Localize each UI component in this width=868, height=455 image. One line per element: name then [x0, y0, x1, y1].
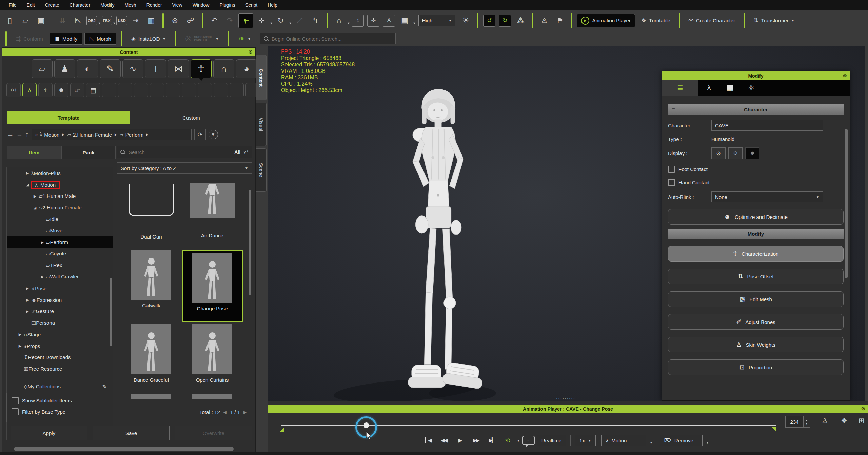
collapse-icon[interactable]: −: [672, 230, 675, 236]
category-project-button[interactable]: ▱: [32, 59, 53, 78]
checkbox-icon[interactable]: [12, 397, 19, 404]
instalod-button[interactable]: ◈ InstaLOD ▼: [126, 33, 171, 44]
up-icon[interactable]: ↑: [25, 131, 29, 138]
timeline-playhead[interactable]: [364, 422, 369, 428]
dock-tab-content[interactable]: Content: [256, 55, 267, 100]
thumbnail-dance-graceful[interactable]: Dance Graceful: [121, 324, 182, 392]
characterization-button[interactable]: ☥Characterization: [668, 246, 844, 262]
chevron-down-icon[interactable]: ▼: [113, 22, 116, 25]
export-usd-icon[interactable]: USD: [116, 16, 127, 25]
category-accessory-button[interactable]: ⋈: [168, 59, 189, 78]
comment-icon[interactable]: ···: [522, 436, 535, 445]
actor-proportion-icon[interactable]: ♙: [537, 14, 551, 28]
tree-expand-icon[interactable]: ▶: [24, 309, 31, 314]
close-icon[interactable]: ⊗: [248, 49, 253, 55]
page-previous-icon[interactable]: ◀: [223, 410, 227, 415]
online-search-input[interactable]: [271, 36, 392, 42]
subcategory-expression-button[interactable]: ☻: [54, 83, 68, 97]
tree-item-perform[interactable]: ▶▱Perform: [7, 236, 113, 248]
tree-item-recent-downloads[interactable]: ↧Recent Downloads: [7, 352, 113, 363]
collapse-crumb-icon[interactable]: «: [35, 132, 38, 137]
plant-plugin-button[interactable]: ❧ ▼: [234, 32, 255, 45]
tree-item-2-human-female[interactable]: ◢▱2.Human Female: [7, 202, 113, 213]
modify-scrollbar[interactable]: [845, 129, 848, 278]
flag-icon[interactable]: ⚑: [553, 14, 567, 28]
tree-item-coyote[interactable]: ▱Coyote: [7, 248, 113, 260]
menu-script[interactable]: Script: [240, 1, 262, 9]
category-props-button[interactable]: ◕: [236, 59, 257, 78]
subcategory-avatar-control-button[interactable]: ☉: [6, 83, 21, 97]
overwrite-button[interactable]: Overwrite: [175, 426, 252, 440]
fit-vertical-icon[interactable]: ↕: [352, 15, 364, 27]
character-name-input[interactable]: [711, 120, 823, 131]
tree-item-trex[interactable]: ▱TRex: [7, 260, 113, 271]
material-preview-icon[interactable]: ⁂: [513, 14, 528, 28]
menu-mesh[interactable]: Mesh: [120, 1, 141, 9]
tree-expand-icon[interactable]: ▶: [39, 240, 46, 245]
breadcrumb-segment[interactable]: λMotion: [40, 132, 59, 138]
collapse-panel-icon[interactable]: ▼: [209, 130, 218, 139]
tree-item-stage[interactable]: ▶∩Stage: [7, 329, 113, 340]
optimize-decimate-button[interactable]: ☻ Optimize and Decimate: [668, 209, 844, 225]
checkbox-icon[interactable]: [668, 166, 675, 173]
thumbnail-catwalk[interactable]: Catwalk: [121, 250, 182, 317]
transformer-button[interactable]: ⇅Transformer▼: [749, 15, 798, 26]
loop-toggle-icon[interactable]: ⟲: [501, 435, 514, 446]
filter-funnel-icon[interactable]: ⋎°: [243, 149, 249, 155]
realtime-button[interactable]: Realtime: [537, 435, 566, 446]
playback-speed-select[interactable]: 1x ▼: [575, 435, 596, 446]
edit-mesh-button[interactable]: ▧Edit Mesh: [668, 291, 844, 307]
animation-player-header[interactable]: Animation Player : CAVE - Change Pose ⊗: [268, 405, 868, 413]
menu-plugins[interactable]: Plugins: [215, 1, 240, 9]
export-obj-icon[interactable]: OBJ: [86, 16, 97, 25]
motion-clip-button[interactable]: λ Motion: [601, 435, 646, 446]
edit-pencil-icon[interactable]: ✎: [102, 384, 106, 390]
chevron-down-icon[interactable]: ▼: [517, 439, 520, 442]
player-splitter-handle[interactable]: ·········: [556, 396, 575, 401]
chevron-down-icon[interactable]: ▼: [270, 22, 273, 25]
breadcrumb[interactable]: « λMotion▶▱2.Human Female▶▱Perform▶: [32, 129, 192, 140]
tree-item-free-resource[interactable]: ▦Free Resource: [7, 363, 113, 375]
checkbox-icon[interactable]: [668, 179, 675, 186]
rotate-tool-icon[interactable]: ↻: [274, 14, 288, 28]
menu-edit[interactable]: Edit: [22, 1, 40, 9]
thumbnail-open-curtains[interactable]: Open Curtains: [182, 324, 243, 392]
back-icon[interactable]: ←: [7, 131, 14, 138]
menu-file[interactable]: File: [4, 1, 21, 9]
skin-weights-button[interactable]: ♙Skin Weights: [668, 337, 844, 352]
turntable-button[interactable]: ❖Turntable: [637, 15, 674, 26]
character-model[interactable]: [329, 74, 546, 401]
modify-panel-header[interactable]: Modify ⊗: [662, 71, 850, 80]
orbit-camera-toggle-icon[interactable]: ↺: [483, 15, 495, 27]
sort-dropdown[interactable]: Sort by Category : A to Z ▼: [117, 162, 252, 174]
section-character-header[interactable]: − Character: [668, 104, 844, 115]
thumbnail-dual-gun[interactable]: Dual Gun: [121, 180, 182, 248]
tree-expand-icon[interactable]: ▶: [24, 298, 31, 302]
frame-spinner[interactable]: ▲▼: [804, 416, 810, 428]
thumbnail-air-dance[interactable]: Air Dance: [182, 180, 243, 248]
filter-base-type-checkbox-row[interactable]: Filter by Base Type: [12, 408, 113, 415]
frame-value[interactable]: 234: [785, 416, 804, 428]
light-settings-icon[interactable]: ☀: [458, 14, 473, 28]
tab-attribute-sliders[interactable]: ≣: [662, 80, 698, 96]
filter-all-label[interactable]: All: [234, 149, 240, 155]
checkbox-icon[interactable]: [12, 408, 19, 415]
subcategory-motion-button[interactable]: λ: [22, 83, 37, 97]
tab-custom[interactable]: Custom: [131, 111, 252, 124]
timeline-end-marker[interactable]: [772, 427, 776, 432]
display-mask-button[interactable]: ☺: [728, 147, 743, 159]
apply-button[interactable]: Apply: [11, 426, 87, 440]
horizontal-scrollbar[interactable]: [14, 447, 234, 451]
substance-painter-button[interactable]: Ⓢ SUBSTANCEPAINTER ▼: [181, 33, 223, 45]
tab-motion[interactable]: λ: [698, 80, 719, 96]
remove-clip-button[interactable]: ⌦ Remove: [660, 435, 703, 446]
thumbnail-change-pose[interactable]: Change Pose: [182, 250, 243, 322]
display-eye-button[interactable]: ⊙: [711, 147, 726, 159]
timeline-start-marker[interactable]: [280, 427, 284, 432]
menu-window[interactable]: Window: [188, 1, 214, 9]
menu-help[interactable]: Help: [263, 1, 282, 9]
dock-tab-scene[interactable]: Scene: [256, 148, 267, 192]
export-fbx-icon[interactable]: FBX: [102, 16, 112, 25]
import-iclone-icon[interactable]: ⇊: [55, 14, 70, 28]
tree-item-move[interactable]: ▱Move: [7, 225, 113, 236]
